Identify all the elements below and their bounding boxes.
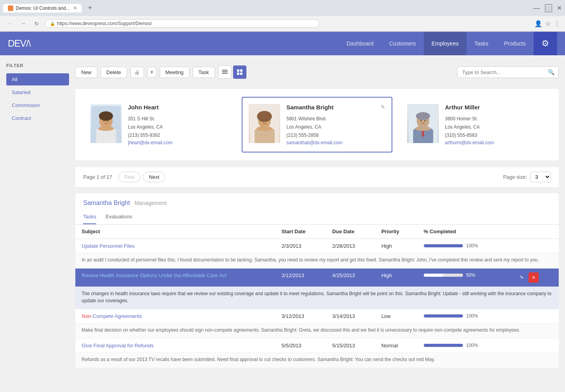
task-subject-cell: Review Health Insurance Options Under th… — [75, 269, 275, 287]
employee-cards: John Heart 351 S Hill St. Los Angeles, C… — [75, 89, 559, 160]
nav-dashboard[interactable]: Dashboard — [339, 32, 382, 55]
task-description-row: The changes in health insurance laws req… — [75, 287, 559, 309]
forward-button[interactable]: → — [18, 18, 28, 29]
employee-phone-arthur: (310) 555-8583 — [445, 132, 544, 139]
arthur-avatar-svg — [408, 106, 438, 143]
page-size-label: Page size: — [503, 174, 527, 180]
progress-bar-container: 100% — [424, 243, 505, 249]
progress-bar — [424, 344, 463, 347]
col-subject: Subject — [75, 225, 275, 239]
user-icon[interactable]: 👤 — [534, 20, 542, 27]
prev-button[interactable]: Prev — [118, 172, 141, 182]
employee-address1-arthur: 3800 Homer St. — [445, 115, 544, 122]
next-button[interactable]: Next — [143, 172, 165, 182]
nav-customers[interactable]: Customers — [381, 32, 424, 55]
browser-controls: ← → ↻ 🔒 https://www.devexpress.com/Suppo… — [0, 16, 565, 31]
sidebar-item-commission[interactable]: Commission — [6, 99, 69, 111]
svg-point-13 — [107, 120, 109, 122]
task-button[interactable]: Task — [193, 67, 215, 78]
task-priority-cell: Low — [375, 309, 417, 323]
detail-employee-name: Samantha Bright — [83, 200, 130, 207]
sidebar-item-contract[interactable]: Contract — [6, 112, 69, 124]
svg-point-27 — [415, 126, 431, 131]
sidebar-title: FILTER — [6, 62, 69, 69]
window-minimize-icon[interactable]: — — [533, 4, 540, 12]
bookmark-icon[interactable]: ☆ — [545, 20, 551, 27]
menu-icon[interactable]: ⋮ — [554, 20, 560, 27]
tab-evaluations[interactable]: Evaluations — [106, 210, 132, 224]
task-link[interactable]: Review Health Insurance Options Under th… — [82, 272, 226, 278]
task-link[interactable]: Update Personnel Files — [82, 243, 135, 249]
progress-bar — [424, 314, 463, 318]
delete-button[interactable]: Delete — [100, 67, 127, 78]
col-due-date: Due Date — [326, 225, 375, 239]
browser-chrome: Demos: UI Controls and... ✕ + — □ ✕ ← → … — [0, 0, 565, 32]
progress-text: 100% — [466, 343, 478, 348]
print-button[interactable]: 🖨 — [130, 67, 144, 78]
refresh-button[interactable]: ↻ — [31, 18, 42, 29]
address-bar[interactable]: 🔒 https://www.devexpress.com/Support/Dem… — [45, 19, 319, 28]
tasks-table: Subject Start Date Due Date Priority % C… — [75, 225, 559, 368]
dropdown-button[interactable]: ▾ — [147, 67, 157, 78]
employee-address2-samantha: Los Angeles, CA — [286, 123, 374, 131]
search-input[interactable] — [457, 67, 544, 78]
progress-bar-container: 50% — [424, 272, 505, 278]
task-description-row: Make final decision on whether our emplo… — [75, 323, 559, 339]
card-view-button[interactable] — [233, 65, 246, 79]
employee-email-samantha: samanthab@dx-email.com — [286, 140, 374, 145]
gear-icon: ⚙ — [541, 38, 549, 49]
search-button[interactable]: 🔍 — [544, 67, 558, 78]
nav-tasks[interactable]: Tasks — [467, 32, 496, 55]
table-row[interactable]: Give Final Approval for Refunds 5/5/2013… — [75, 339, 559, 353]
task-priority-cell: Normal — [375, 339, 417, 353]
svg-point-23 — [416, 112, 430, 120]
tab-tasks[interactable]: Tasks — [83, 210, 96, 224]
delete-row-button[interactable]: ✕ — [529, 272, 539, 283]
nav-products[interactable]: Products — [496, 32, 534, 55]
sidebar-item-salaried[interactable]: Salaried — [6, 86, 69, 98]
window-close-icon[interactable]: ✕ — [557, 4, 562, 12]
task-subject-cell: Update Personnel Files — [75, 239, 275, 253]
svg-point-12 — [103, 120, 105, 122]
list-view-button[interactable] — [218, 65, 231, 79]
window-controls: — □ ✕ — [533, 4, 562, 12]
svg-point-29 — [424, 120, 426, 122]
task-progress-cell: 100% — [417, 239, 511, 253]
main-area: FILTER All Salaried Commission Contract … — [0, 55, 565, 392]
table-row[interactable]: Update Personnel Files 2/3/2013 2/28/201… — [75, 239, 559, 253]
table-row[interactable]: Review Health Insurance Options Under th… — [75, 269, 559, 287]
table-header-row: Subject Start Date Due Date Priority % C… — [75, 225, 559, 239]
employee-card-samantha[interactable]: Samantha Bright 5801 Wilshire Blvd. Los … — [242, 97, 392, 152]
window-restore-icon[interactable]: □ — [545, 4, 552, 12]
task-priority-cell: High — [375, 239, 417, 253]
edit-row-button[interactable]: ✎ — [517, 272, 527, 283]
tab-close-icon[interactable]: ✕ — [73, 5, 77, 11]
employee-phone-samantha: (213) 555-2858 — [286, 132, 374, 139]
col-completed: % Completed — [417, 225, 511, 239]
secure-lock-icon: 🔒 — [50, 21, 55, 26]
settings-button[interactable]: ⚙ — [534, 32, 557, 55]
meeting-button[interactable]: Meeting — [160, 67, 190, 78]
employee-card-arthur[interactable]: Arthur Miller 3800 Homer St. Los Angeles… — [400, 97, 551, 152]
progress-bar — [424, 244, 463, 247]
task-link[interactable]: Give Final Approval for Refunds — [82, 343, 154, 348]
app-logo: DEV/\ — [8, 38, 31, 49]
progress-fill — [424, 274, 443, 277]
table-row[interactable]: Non-Compete Agreements 3/12/2013 3/14/20… — [75, 309, 559, 323]
page-size-select[interactable]: 3 5 10 — [530, 172, 551, 182]
progress-bar — [424, 274, 463, 277]
task-link[interactable]: Non-Compete Agreements — [82, 313, 142, 319]
browser-tab[interactable]: Demos: UI Controls and... ✕ — [3, 4, 82, 13]
svg-rect-6 — [240, 73, 242, 75]
progress-text: 100% — [466, 313, 478, 319]
new-tab-button[interactable]: + — [85, 2, 163, 14]
sidebar-item-all[interactable]: All — [6, 73, 69, 85]
svg-point-18 — [257, 126, 272, 131]
new-button[interactable]: New — [75, 67, 97, 78]
task-due-date-cell: 3/14/2013 — [326, 309, 375, 323]
row-actions: ✎ ✕ — [517, 272, 552, 283]
nav-employees[interactable]: Employees — [424, 32, 467, 55]
back-button[interactable]: ← — [5, 18, 15, 29]
employee-card-john[interactable]: John Heart 351 S Hill St. Los Angeles, C… — [83, 97, 234, 152]
edit-icon[interactable]: ✎ — [381, 104, 385, 110]
